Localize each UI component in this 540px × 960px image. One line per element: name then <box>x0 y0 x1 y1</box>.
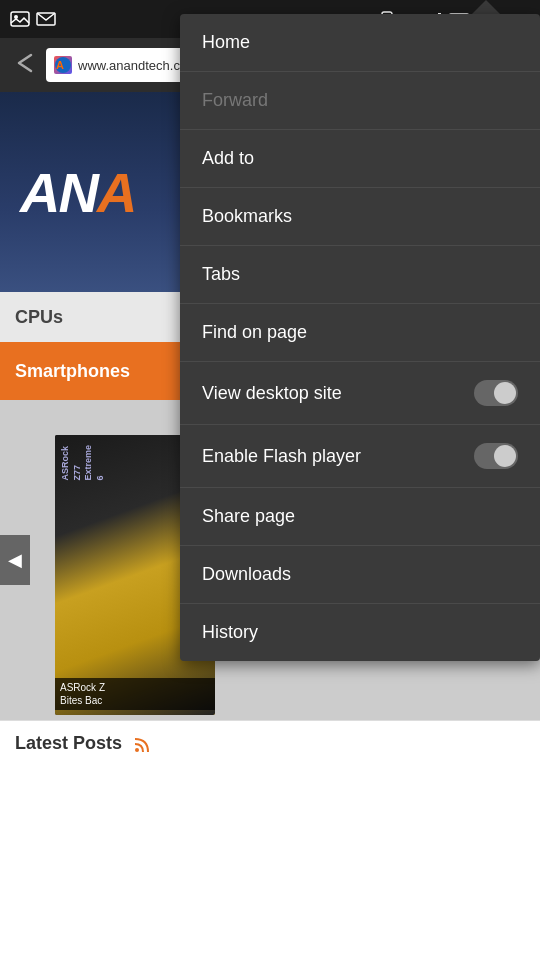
menu-item-enable_flash[interactable]: Enable Flash player <box>180 425 540 488</box>
smartphones-label: Smartphones <box>15 361 130 382</box>
gallery-icon <box>10 11 30 27</box>
menu-item-label-home: Home <box>202 32 250 53</box>
back-button[interactable] <box>8 51 38 80</box>
latest-posts-header: Latest Posts <box>0 720 540 766</box>
gmail-icon <box>36 11 56 27</box>
menu-item-label-share_page: Share page <box>202 506 295 527</box>
menu-item-label-tabs: Tabs <box>202 264 240 285</box>
dropdown-triangle <box>472 0 500 14</box>
dropdown-menu: HomeForwardAdd toBookmarksTabsFind on pa… <box>180 14 540 661</box>
menu-item-label-downloads: Downloads <box>202 564 291 585</box>
nav-arrow-left[interactable]: ◀ <box>0 535 30 585</box>
cpus-label: CPUs <box>15 307 63 328</box>
rss-icon <box>133 734 153 754</box>
menu-item-label-find_on_page: Find on page <box>202 322 307 343</box>
svg-point-14 <box>135 748 139 752</box>
toggle-view_desktop_site[interactable] <box>474 380 518 406</box>
menu-item-add_to[interactable]: Add to <box>180 130 540 188</box>
menu-item-label-enable_flash: Enable Flash player <box>202 446 361 467</box>
menu-item-find_on_page[interactable]: Find on page <box>180 304 540 362</box>
menu-item-forward[interactable]: Forward <box>180 72 540 130</box>
status-left-icons <box>10 11 56 27</box>
menu-item-label-add_to: Add to <box>202 148 254 169</box>
menu-item-label-history: History <box>202 622 258 643</box>
menu-item-label-bookmarks: Bookmarks <box>202 206 292 227</box>
menu-item-home[interactable]: Home <box>180 14 540 72</box>
menu-item-tabs[interactable]: Tabs <box>180 246 540 304</box>
toggle-enable_flash[interactable] <box>474 443 518 469</box>
menu-item-label-view_desktop_site: View desktop site <box>202 383 342 404</box>
svg-rect-0 <box>11 12 29 26</box>
menu-item-downloads[interactable]: Downloads <box>180 546 540 604</box>
menu-item-view_desktop_site[interactable]: View desktop site <box>180 362 540 425</box>
menu-item-share_page[interactable]: Share page <box>180 488 540 546</box>
menu-item-label-forward: Forward <box>202 90 268 111</box>
site-logo: ANA <box>20 160 135 225</box>
menu-item-history[interactable]: History <box>180 604 540 661</box>
favicon: A <box>54 56 72 74</box>
svg-text:A: A <box>56 59 64 71</box>
article-caption: ASRock Z Bites Bac <box>55 678 215 710</box>
menu-item-bookmarks[interactable]: Bookmarks <box>180 188 540 246</box>
